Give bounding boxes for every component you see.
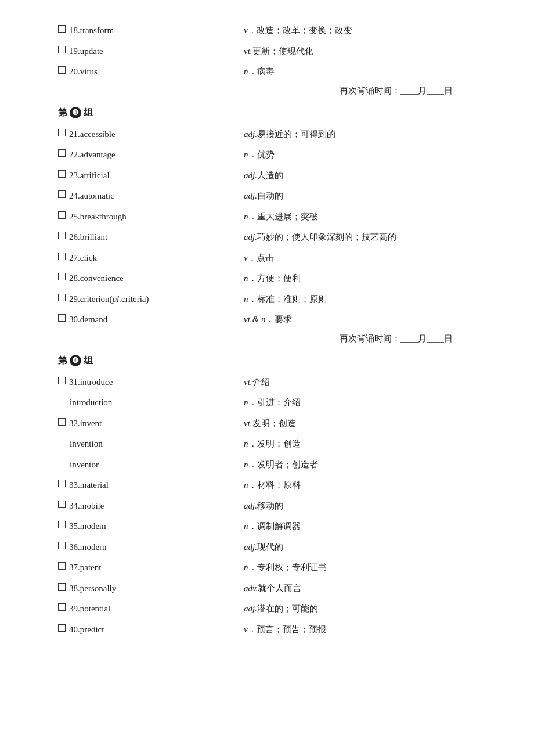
def-col: n．病毒 (244, 64, 488, 80)
vocab-row: 26.brilliant adj.巧妙的；使人印象深刻的；技艺高的 (58, 230, 488, 245)
word-col: invention (58, 437, 244, 452)
checkbox[interactable] (58, 190, 66, 198)
def-col: adj.潜在的；可能的 (244, 602, 488, 617)
def-col: n．引进；介绍 (244, 395, 488, 411)
checkbox[interactable] (58, 624, 66, 632)
pos: v． (244, 26, 257, 35)
def-col: n．调制解调器 (244, 519, 488, 534)
vocab-row: 33.material n．材料；原料 (58, 478, 488, 493)
word-col: 27.click (58, 251, 244, 266)
vocab-row: 23.artificial adj.人造的 (58, 168, 488, 183)
checkbox[interactable] (58, 273, 66, 280)
checkbox[interactable] (58, 521, 66, 528)
pos: adj. (244, 604, 257, 613)
checkbox[interactable] (58, 418, 66, 426)
word-text: 38.personally (69, 581, 116, 596)
word-text-inventor: inventor (70, 458, 99, 473)
word-col: 24.automatic (58, 189, 244, 204)
pos: adj. (244, 171, 257, 180)
pos: v． (244, 253, 257, 262)
word-text: 27.click (69, 251, 97, 266)
def-col: adj.自动的 (244, 189, 488, 204)
def-col: n．发明；创造 (244, 437, 488, 452)
def-col: n．重大进展；突破 (244, 210, 488, 225)
vocab-row-inventor: inventor n．发明者；创造者 (58, 458, 488, 473)
vocab-row: 32.invent vt.发明；创造 (58, 416, 488, 431)
pos: n． (244, 67, 257, 76)
word-text: 20.virus (69, 64, 98, 80)
review-row-3: 再次背诵时间：____月____日 (58, 333, 488, 344)
vocab-row: 24.automatic adj.自动的 (58, 189, 488, 204)
checkbox[interactable] (58, 294, 66, 301)
word-col: inventor (58, 458, 244, 473)
def-col: vt.& n．要求 (244, 312, 488, 327)
word-text-invention: invention (70, 437, 103, 452)
pos: n． (244, 294, 257, 304)
vocab-row: 37.patent n．专利权；专利证书 (58, 560, 488, 575)
checkbox[interactable] (58, 129, 66, 136)
pos: n． (244, 273, 257, 283)
word-text: 24.automatic (69, 189, 114, 204)
pos: adj. (244, 129, 257, 139)
checkbox[interactable] (58, 66, 66, 74)
vocab-row: 36.modern adj.现代的 (58, 540, 488, 555)
checkbox[interactable] (58, 583, 66, 591)
checkbox[interactable] (58, 562, 66, 570)
word-text: 23.artificial (69, 168, 110, 183)
word-col: 22.advantage (58, 147, 244, 163)
section-group2-tail: 18.transform v．改造；改革；变换；改变 19.update vt.… (58, 23, 488, 96)
word-col: 19.update (58, 44, 244, 59)
pos: n． (244, 480, 257, 489)
checkbox[interactable] (58, 501, 66, 508)
pos: vt.& n． (244, 315, 275, 324)
review-text: 再次背诵时间：____月____日 (340, 85, 453, 96)
pos: n． (244, 439, 257, 448)
vocab-row: 25.breakthrough n．重大进展；突破 (58, 210, 488, 225)
pos: vt. (244, 46, 252, 56)
def-col: adj.移动的 (244, 499, 488, 514)
word-col: 18.transform (58, 23, 244, 38)
section-group3: 第❸组 21.accessible adj.易接近的；可得到的 22.advan… (58, 107, 488, 344)
word-col: 32.invent (58, 416, 244, 431)
vocab-row: 21.accessible adj.易接近的；可得到的 (58, 127, 488, 142)
vocab-list: 18.transform v．改造；改革；变换；改变 19.update vt.… (58, 23, 488, 637)
def-col: v．改造；改革；变换；改变 (244, 23, 488, 38)
checkbox[interactable] (58, 25, 66, 33)
pos: n． (244, 150, 257, 159)
word-col: 33.material (58, 478, 244, 493)
pos: n． (244, 212, 257, 221)
def-col: n．材料；原料 (244, 478, 488, 493)
def-col: vt.更新；使现代化 (244, 44, 488, 59)
word-col: 30.demand (58, 312, 244, 327)
word-text: 35.modem (69, 519, 106, 534)
checkbox[interactable] (58, 377, 66, 384)
checkbox[interactable] (58, 211, 66, 219)
word-text: 29.criterion(pl.criteria) (69, 292, 149, 307)
word-col: 39.potential (58, 602, 244, 617)
review-row: 再次背诵时间：____月____日 (58, 85, 488, 96)
checkbox[interactable] (58, 603, 66, 611)
pos: n． (244, 460, 257, 469)
word-col: 35.modem (58, 519, 244, 534)
checkbox[interactable] (58, 253, 66, 260)
word-col: 26.brilliant (58, 230, 244, 245)
word-text: 21.accessible (69, 127, 116, 142)
section-header-4: 第❹组 (58, 355, 488, 367)
vocab-row: 28.convenience n．方便；便利 (58, 271, 488, 286)
checkbox[interactable] (58, 149, 66, 157)
vocab-row: 20.virus n．病毒 (58, 64, 488, 80)
pos: adj. (244, 232, 257, 242)
checkbox[interactable] (58, 46, 66, 53)
checkbox[interactable] (58, 314, 66, 322)
checkbox[interactable] (58, 542, 66, 549)
def-col: n．优势 (244, 147, 488, 163)
checkbox[interactable] (58, 170, 66, 178)
vocab-row: 40.predict v．预言；预告；预报 (58, 622, 488, 638)
checkbox[interactable] (58, 480, 66, 487)
checkbox[interactable] (58, 232, 66, 239)
def-col: adj.巧妙的；使人印象深刻的；技艺高的 (244, 230, 488, 245)
pos: vt. (244, 419, 252, 428)
word-text: 30.demand (69, 312, 107, 327)
word-text: 18.transform (69, 23, 114, 38)
vocab-row: 39.potential adj.潜在的；可能的 (58, 602, 488, 617)
